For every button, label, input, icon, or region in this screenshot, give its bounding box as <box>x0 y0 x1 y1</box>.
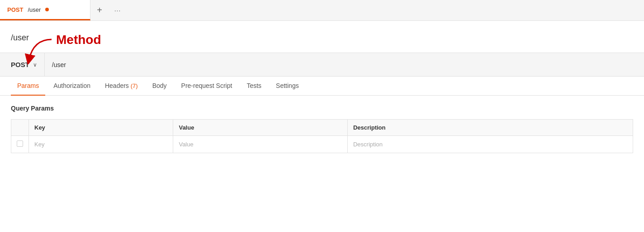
value-column-header: Value <box>173 120 348 136</box>
method-url-bar: POST ∨ <box>0 53 644 77</box>
key-column-header: Key <box>29 120 173 136</box>
row-checkbox-cell <box>11 136 29 153</box>
value-cell[interactable]: Value <box>173 136 348 153</box>
table-row: Key Value Description <box>11 136 633 153</box>
key-cell[interactable]: Key <box>29 136 173 153</box>
request-title-area: /user Method <box>0 21 644 53</box>
tab-headers-label: Headers (7) <box>105 82 138 89</box>
tab-tests[interactable]: Tests <box>240 77 268 96</box>
ellipsis-icon: ··· <box>114 7 121 14</box>
tab-tests-label: Tests <box>246 82 261 89</box>
tab-settings[interactable]: Settings <box>270 77 305 96</box>
headers-badge: (7) <box>131 82 138 89</box>
tab-authorization[interactable]: Authorization <box>47 77 97 96</box>
annotation-text: Method <box>56 33 101 47</box>
tab-pre-request-script[interactable]: Pre-request Script <box>175 77 239 96</box>
tab-params[interactable]: Params <box>11 77 45 96</box>
tab-pre-request-label: Pre-request Script <box>181 82 232 89</box>
annotation-container: Method <box>56 33 101 47</box>
url-input[interactable] <box>45 61 644 68</box>
table-header-row: Key Value Description <box>11 120 633 136</box>
tab-body-label: Body <box>152 82 167 89</box>
description-placeholder: Description <box>353 141 383 148</box>
value-placeholder: Value <box>179 141 193 148</box>
description-cell[interactable]: Description <box>347 136 633 153</box>
tab-bar: POST /user + ··· <box>0 0 644 21</box>
checkbox-col-header <box>11 120 29 136</box>
query-params-table: Key Value Description Key Value Descript… <box>11 119 633 153</box>
key-placeholder: Key <box>34 141 44 148</box>
tabs-navigation: Params Authorization Headers (7) Body Pr… <box>0 77 644 96</box>
more-options-button[interactable]: ··· <box>109 0 127 20</box>
tab-settings-label: Settings <box>276 82 299 89</box>
annotation-arrow <box>24 37 56 64</box>
section-title: Query Params <box>11 105 633 112</box>
tab-params-label: Params <box>17 82 39 89</box>
tab-url: /user <box>28 6 41 13</box>
add-tab-button[interactable]: + <box>90 0 109 20</box>
tab-headers[interactable]: Headers (7) <box>99 77 144 96</box>
plus-icon: + <box>97 5 102 15</box>
active-tab[interactable]: POST /user <box>0 0 90 20</box>
unsaved-dot <box>45 8 49 11</box>
description-column-header: Description <box>347 120 633 136</box>
tab-authorization-label: Authorization <box>53 82 90 89</box>
tab-body[interactable]: Body <box>146 77 173 96</box>
content-area: Query Params Key Value Description Key V… <box>0 96 644 162</box>
row-checkbox[interactable] <box>17 140 23 147</box>
tab-method: POST <box>7 6 23 13</box>
